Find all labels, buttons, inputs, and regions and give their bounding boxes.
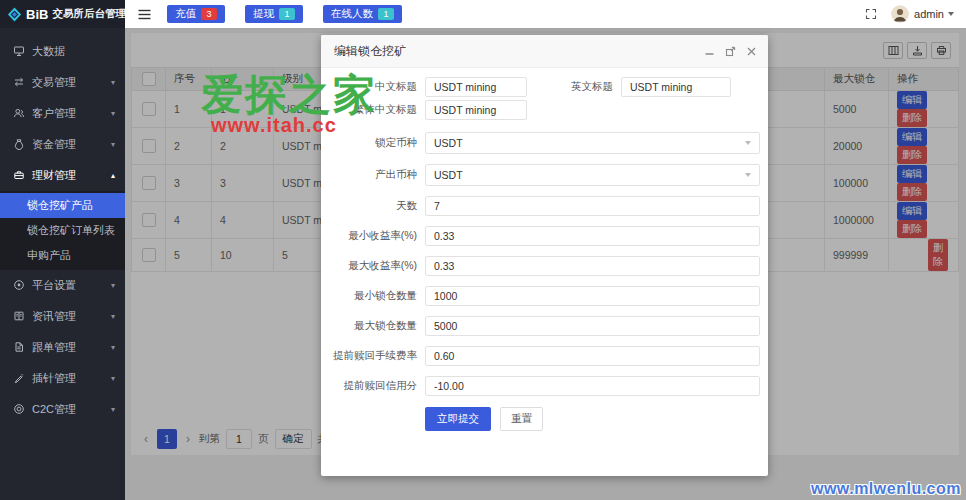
c2c-icon xyxy=(13,403,32,417)
redeem-fee-input[interactable] xyxy=(425,346,760,366)
form-row: 中文标题 英文标题 xyxy=(321,77,768,97)
sidebar-item-label: 资金管理 xyxy=(32,137,76,152)
menu-fold-icon[interactable] xyxy=(138,9,151,20)
output-coin-select[interactable]: USDT xyxy=(425,164,760,186)
recharge-label: 充值 xyxy=(175,7,196,21)
form-row: 最小收益率(%) xyxy=(321,226,768,246)
brand-logo-icon xyxy=(7,7,22,22)
field-label-max-rate: 最大收益率(%) xyxy=(321,259,425,273)
logo: BiB 交易所后台管理 xyxy=(0,0,125,28)
field-label-en-title: 英文标题 xyxy=(527,80,621,94)
sidebar-subitem-lock-mining-products[interactable]: 锁仓挖矿产品 xyxy=(0,193,125,218)
online-users-label: 在线人数 xyxy=(331,7,373,21)
sidebar-item-pin[interactable]: 插针管理 ▾ xyxy=(0,363,125,394)
minimize-icon[interactable] xyxy=(704,46,715,57)
edit-lock-mining-modal: 编辑锁仓挖矿 中文标题 英文标题 繁体中文标题 xyxy=(321,35,768,476)
username[interactable]: admin xyxy=(914,8,944,20)
submit-button[interactable]: 立即提交 xyxy=(425,407,491,431)
field-label-redeem-fee: 提前赎回手续费率 xyxy=(321,349,425,363)
maximize-icon[interactable] xyxy=(725,46,736,57)
sidebar-item-platform-settings[interactable]: 平台设置 ▾ xyxy=(0,270,125,301)
sidebar-item-wealth[interactable]: 理财管理 ▴ xyxy=(0,160,125,191)
form-row: 繁体中文标题 xyxy=(321,100,768,120)
chevron-down-icon: ▾ xyxy=(111,78,115,87)
en-title-input[interactable] xyxy=(621,77,731,97)
lock-coin-value: USDT xyxy=(434,137,463,149)
days-input[interactable] xyxy=(425,196,760,216)
chevron-down-icon: ▾ xyxy=(111,312,115,321)
avatar[interactable] xyxy=(891,5,909,23)
form-row: 最大锁仓数量 xyxy=(321,316,768,336)
sidebar-subitem-subscription-products[interactable]: 申购产品 xyxy=(0,243,125,268)
sidebar-subitem-label: 申购产品 xyxy=(27,248,71,263)
logo-text: BiB xyxy=(26,7,48,22)
lock-coin-select[interactable]: USDT xyxy=(425,132,760,154)
form-row: 提前赎回手续费率 xyxy=(321,346,768,366)
close-icon[interactable] xyxy=(746,46,757,57)
max-lock-input[interactable] xyxy=(425,316,760,336)
min-rate-input[interactable] xyxy=(425,226,760,246)
form-row: 天数 xyxy=(321,196,768,216)
online-users-button[interactable]: 在线人数 1 xyxy=(323,5,402,23)
max-rate-input[interactable] xyxy=(425,256,760,276)
chevron-up-icon: ▴ xyxy=(111,171,115,180)
field-label-cn-title: 中文标题 xyxy=(321,80,425,94)
sidebar-item-label: 跟单管理 xyxy=(32,340,76,355)
sidebar-item-customers[interactable]: 客户管理 ▾ xyxy=(0,98,125,129)
sidebar-item-label: 客户管理 xyxy=(32,106,76,121)
sidebar-item-label: 大数据 xyxy=(32,44,65,59)
sidebar-item-label: C2C管理 xyxy=(32,402,76,417)
form-row: 最大收益率(%) xyxy=(321,256,768,276)
pin-icon xyxy=(13,372,32,386)
modal-titlebar: 编辑锁仓挖矿 xyxy=(321,35,768,68)
sidebar-item-trade[interactable]: 交易管理 ▾ xyxy=(0,67,125,98)
sidebar-item-label: 插针管理 xyxy=(32,371,76,386)
sidebar-item-label: 平台设置 xyxy=(32,278,76,293)
customers-icon xyxy=(13,107,32,121)
form-row: 锁定币种 USDT xyxy=(321,132,768,154)
wealth-icon xyxy=(13,169,32,183)
recharge-button[interactable]: 充值 3 xyxy=(167,5,225,23)
chevron-down-icon: ▾ xyxy=(111,405,115,414)
big-data-icon xyxy=(13,45,32,59)
news-icon xyxy=(13,310,32,324)
redeem-credit-input[interactable] xyxy=(425,376,760,396)
user-menu-caret-icon[interactable] xyxy=(948,12,954,16)
modal-window-controls xyxy=(704,35,757,67)
sidebar-nav: 大数据 交易管理 ▾ 客户管理 ▾ 资金管理 ▾ 理财管理 ▴ xyxy=(0,28,125,425)
funds-icon xyxy=(13,138,32,152)
sidebar-item-c2c[interactable]: C2C管理 ▾ xyxy=(0,394,125,425)
chevron-down-icon xyxy=(745,141,751,145)
trade-icon xyxy=(13,76,32,90)
sidebar-subitem-label: 锁仓挖矿订单列表 xyxy=(27,223,115,238)
copy-order-icon xyxy=(13,341,32,355)
min-lock-input[interactable] xyxy=(425,286,760,306)
chevron-down-icon: ▾ xyxy=(111,281,115,290)
sidebar-item-big-data[interactable]: 大数据 xyxy=(0,36,125,67)
sidebar-item-funds[interactable]: 资金管理 ▾ xyxy=(0,129,125,160)
modal-title: 编辑锁仓挖矿 xyxy=(334,43,406,60)
field-label-max-lock: 最大锁仓数量 xyxy=(321,319,425,333)
field-label-output-coin: 产出币种 xyxy=(321,168,425,182)
reset-button[interactable]: 重置 xyxy=(500,407,543,431)
withdraw-button[interactable]: 提现 1 xyxy=(245,5,303,23)
field-label-tc-title: 繁体中文标题 xyxy=(321,103,425,117)
form-row: 提前赎回信用分 xyxy=(321,376,768,396)
modal-form: 中文标题 英文标题 繁体中文标题 锁定币种 USDT 产出币种 USDT xyxy=(321,68,768,431)
field-label-days: 天数 xyxy=(321,199,425,213)
tc-title-input[interactable] xyxy=(425,100,527,120)
field-label-min-lock: 最小锁仓数量 xyxy=(321,289,425,303)
fullscreen-icon[interactable] xyxy=(865,8,877,20)
wealth-submenu: 锁仓挖矿产品 锁仓挖矿订单列表 申购产品 xyxy=(0,191,125,270)
sidebar-item-copy-order[interactable]: 跟单管理 ▾ xyxy=(0,332,125,363)
sidebar-item-label: 交易管理 xyxy=(32,75,76,90)
sidebar-item-news[interactable]: 资讯管理 ▾ xyxy=(0,301,125,332)
field-label-min-rate: 最小收益率(%) xyxy=(321,229,425,243)
online-users-badge: 1 xyxy=(378,8,394,20)
cn-title-input[interactable] xyxy=(425,77,527,97)
sidebar-subitem-lock-mining-orders[interactable]: 锁仓挖矿订单列表 xyxy=(0,218,125,243)
withdraw-badge: 1 xyxy=(279,8,295,20)
sidebar: BiB 交易所后台管理 大数据 交易管理 ▾ 客户管理 ▾ 资金管理 ▾ xyxy=(0,0,125,500)
field-label-redeem-credit: 提前赎回信用分 xyxy=(321,379,425,393)
chevron-down-icon: ▾ xyxy=(111,140,115,149)
